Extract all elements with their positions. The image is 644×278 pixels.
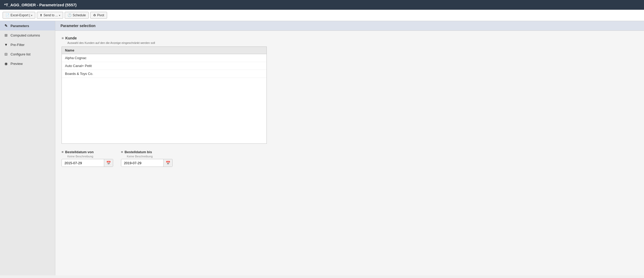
bestelldatum-von-hamburger-icon: ≡ xyxy=(62,150,64,154)
bestelldatum-von-input[interactable] xyxy=(62,159,104,167)
schedule-icon: 🕐 xyxy=(68,13,72,17)
preview-icon: ◉ xyxy=(4,61,8,66)
kunde-param-block: ≡ Kunde Auswahl des Kunden auf den die A… xyxy=(62,36,638,144)
bestelldatum-bis-input[interactable] xyxy=(121,159,163,167)
send-to-label: Send to ... xyxy=(43,13,58,17)
bestelldatum-von-group: ≡ Bestelldatum von Keine Beschreibung 📅 xyxy=(62,150,113,167)
schedule-label: Schedule xyxy=(73,13,86,17)
send-to-icon: ⬆ xyxy=(40,13,42,17)
sidebar-item-configure-list[interactable]: ⊟ Configure list xyxy=(0,49,55,59)
send-to-chevron-icon: ▾ xyxy=(59,14,60,17)
customer-extra-header xyxy=(242,48,263,52)
bestelldatum-bis-input-wrap: 📅 xyxy=(121,159,173,167)
date-fields-row: ≡ Bestelldatum von Keine Beschreibung 📅 xyxy=(62,150,638,167)
pivot-icon: ♻ xyxy=(93,13,96,17)
excel-chevron-icon: ▾ xyxy=(31,14,32,17)
sidebar: ✎ Parameters ⊞ Computed columns ▼ Pre-Fi… xyxy=(0,21,55,275)
sidebar-item-computed-columns[interactable]: ⊞ Computed columns xyxy=(0,30,55,40)
sidebar-item-label: Computed columns xyxy=(11,33,40,37)
sidebar-item-label: Parameters xyxy=(11,24,29,28)
bestelldatum-bis-description: Keine Beschreibung xyxy=(127,155,173,158)
sidebar-item-pre-filter[interactable]: ▼ Pre-Filter xyxy=(0,40,55,49)
configure-list-icon: ⊟ xyxy=(4,52,8,56)
main-content: Parameter selection ≡ Kunde Auswahl des … xyxy=(55,21,644,275)
bestelldatum-von-title: Bestelldatum von xyxy=(65,150,94,154)
bestelldatum-von-calendar-button[interactable]: 📅 xyxy=(104,159,113,167)
customer-name-header: Name xyxy=(65,48,242,52)
table-row[interactable]: Boards & Toys Co. xyxy=(62,70,266,78)
kunde-hamburger-icon: ≡ xyxy=(62,36,64,40)
kunde-label-row: ≡ Kunde xyxy=(62,36,638,40)
pivot-button[interactable]: ♻ Pivot xyxy=(90,12,107,19)
schedule-button[interactable]: 🕐 Schedule xyxy=(65,12,89,19)
bestelldatum-bis-group: ≡ Bestelldatum bis Keine Beschreibung 📅 xyxy=(121,150,173,167)
sidebar-item-preview[interactable]: ◉ Preview xyxy=(0,59,55,68)
customer-table: Name Alpha Cognac Auto Canal+ Petit Boar… xyxy=(62,47,267,144)
main-layout: ✎ Parameters ⊞ Computed columns ▼ Pre-Fi… xyxy=(0,21,644,275)
calendar-icon: 📅 xyxy=(166,161,170,165)
excel-export-button[interactable]: 📄 Excel-Export | ▾ xyxy=(3,12,35,19)
calendar-icon: 📅 xyxy=(106,161,111,165)
bestelldatum-von-input-wrap: 📅 xyxy=(62,159,113,167)
parameters-icon: ✎ xyxy=(4,24,8,28)
section-header-text: Parameter selection xyxy=(61,24,95,28)
kunde-title: Kunde xyxy=(65,36,77,40)
computed-columns-icon: ⊞ xyxy=(4,33,8,37)
bestelldatum-bis-title: Bestelldatum bis xyxy=(125,150,152,154)
pre-filter-icon: ▼ xyxy=(4,43,8,47)
title-bar: *T_AGG_ORDER - Parametrized (5557) xyxy=(0,0,644,10)
customer-name-cell: Alpha Cognac xyxy=(65,56,263,60)
customer-name-cell: Auto Canal+ Petit xyxy=(65,64,263,68)
customer-name-cell: Boards & Toys Co. xyxy=(65,72,263,76)
sidebar-item-parameters[interactable]: ✎ Parameters xyxy=(0,21,55,30)
sidebar-item-label: Configure list xyxy=(11,52,31,56)
toolbar: 📄 Excel-Export | ▾ ⬆ Send to ... ▾ 🕐 Sch… xyxy=(0,10,644,21)
customer-table-header: Name xyxy=(62,47,266,54)
excel-export-label: Excel-Export | xyxy=(11,13,30,17)
sidebar-item-label: Preview xyxy=(11,62,23,66)
sidebar-item-label: Pre-Filter xyxy=(11,43,24,47)
table-row[interactable]: Auto Canal+ Petit xyxy=(62,62,266,70)
section-header: Parameter selection xyxy=(55,21,644,31)
bestelldatum-von-label-row: ≡ Bestelldatum von xyxy=(62,150,113,154)
bestelldatum-von-description: Keine Beschreibung xyxy=(67,155,113,158)
pivot-label: Pivot xyxy=(97,13,104,17)
bestelldatum-bis-calendar-button[interactable]: 📅 xyxy=(163,159,172,167)
param-body: ≡ Kunde Auswahl des Kunden auf den die A… xyxy=(55,31,644,172)
table-row[interactable]: Alpha Cognac xyxy=(62,54,266,62)
title-text: *T_AGG_ORDER - Parametrized (5557) xyxy=(4,3,77,7)
send-to-button[interactable]: ⬆ Send to ... ▾ xyxy=(37,12,63,19)
kunde-description: Auswahl des Kunden auf den die Anzeige e… xyxy=(67,41,638,44)
bestelldatum-bis-hamburger-icon: ≡ xyxy=(121,150,123,154)
bestelldatum-bis-label-row: ≡ Bestelldatum bis xyxy=(121,150,173,154)
excel-icon: 📄 xyxy=(6,13,9,17)
